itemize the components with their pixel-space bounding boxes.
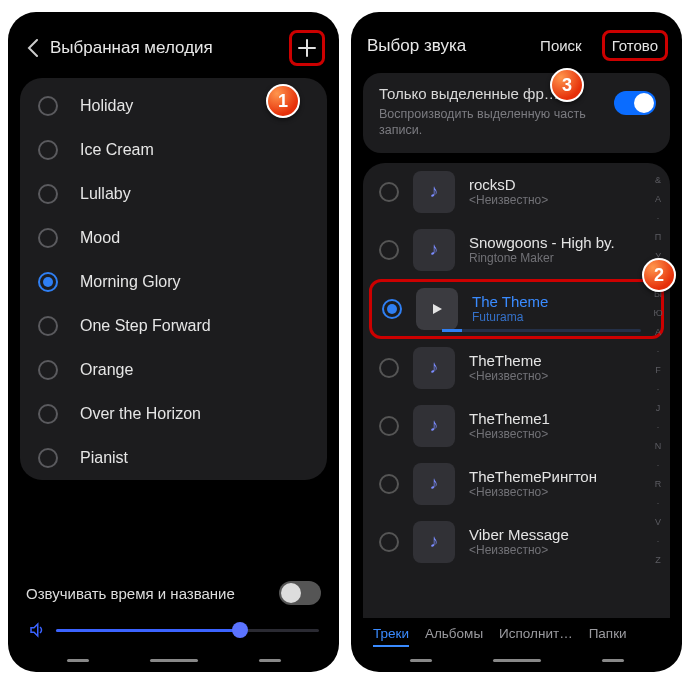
tab[interactable]: Папки	[589, 626, 627, 647]
ringtone-label: Pianist	[80, 449, 128, 467]
radio[interactable]	[38, 448, 58, 468]
ringtone-label: Ice Cream	[80, 141, 154, 159]
index-letter[interactable]: N	[655, 442, 662, 451]
ringtone-label: Holiday	[80, 97, 133, 115]
index-letter[interactable]: ·	[657, 499, 660, 508]
track-meta: TheThemeРингтон <Неизвестно>	[469, 468, 644, 499]
radio[interactable]	[379, 416, 399, 436]
callout-2: 2	[642, 258, 676, 292]
radio[interactable]	[38, 360, 58, 380]
index-letter[interactable]: ·	[657, 423, 660, 432]
index-letter[interactable]: А	[655, 328, 661, 337]
scroll-index[interactable]: &А·ПУ·ЫЮА·F·J·N·R·V·Z	[650, 171, 666, 571]
ringtone-row[interactable]: Morning Glory	[20, 260, 327, 304]
index-letter[interactable]: V	[655, 518, 661, 527]
announce-row[interactable]: Озвучивать время и название	[26, 581, 321, 605]
ringtone-row[interactable]: Lullaby	[20, 172, 327, 216]
highlight-toggle[interactable]	[614, 91, 656, 115]
nav-recent[interactable]	[67, 659, 89, 662]
add-button[interactable]	[289, 30, 325, 66]
index-letter[interactable]: R	[655, 480, 662, 489]
track-artist: <Неизвестно>	[469, 369, 644, 383]
music-note-icon: ♪	[413, 171, 455, 213]
index-letter[interactable]: А	[655, 195, 661, 204]
radio[interactable]	[379, 532, 399, 552]
ringtone-row[interactable]: Over the Horizon	[20, 392, 327, 436]
ringtone-label: One Step Forward	[80, 317, 211, 335]
nav-bar	[351, 651, 682, 672]
track-meta: The Theme Futurama	[472, 293, 651, 324]
index-letter[interactable]: F	[655, 366, 661, 375]
index-letter[interactable]: J	[656, 404, 661, 413]
radio[interactable]	[38, 96, 58, 116]
radio[interactable]	[379, 240, 399, 260]
page-title: Выбор звука	[367, 36, 520, 56]
nav-home[interactable]	[150, 659, 198, 662]
ringtone-row[interactable]: One Step Forward	[20, 304, 327, 348]
track-row[interactable]: The Theme Futurama	[369, 279, 664, 339]
index-letter[interactable]: &	[655, 176, 661, 185]
index-letter[interactable]: Ю	[653, 309, 662, 318]
track-list: ♪ rocksD <Неизвестно> ♪ Snowgoons - High…	[363, 163, 670, 619]
play-icon	[416, 288, 458, 330]
radio[interactable]	[379, 358, 399, 378]
page-title: Выбранная мелодия	[50, 38, 289, 58]
ringtone-label: Over the Horizon	[80, 405, 201, 423]
radio[interactable]	[38, 404, 58, 424]
tab[interactable]: Треки	[373, 626, 409, 647]
nav-home[interactable]	[493, 659, 541, 662]
track-artist: <Неизвестно>	[469, 485, 644, 499]
radio[interactable]	[38, 140, 58, 160]
track-row[interactable]: ♪ TheThemeРингтон <Неизвестно>	[363, 455, 670, 513]
track-artist: <Неизвестно>	[469, 193, 644, 207]
track-meta: Viber Message <Неизвестно>	[469, 526, 644, 557]
tab[interactable]: Исполнит…	[499, 626, 573, 647]
nav-recent[interactable]	[410, 659, 432, 662]
volume-slider[interactable]	[26, 621, 321, 645]
radio[interactable]	[379, 474, 399, 494]
radio[interactable]	[38, 228, 58, 248]
search-button[interactable]: Поиск	[534, 33, 588, 58]
track-artist: Futurama	[472, 310, 651, 324]
tab[interactable]: Альбомы	[425, 626, 483, 647]
index-letter[interactable]: ·	[657, 347, 660, 356]
done-button[interactable]: Готово	[608, 35, 662, 56]
nav-back[interactable]	[259, 659, 281, 662]
progress-bar[interactable]	[442, 329, 641, 332]
radio[interactable]	[379, 182, 399, 202]
highlight-card[interactable]: Только выделенные фр… Воспроизводить выд…	[363, 73, 670, 153]
track-row[interactable]: ♪ Viber Message <Неизвестно>	[363, 513, 670, 571]
nav-back[interactable]	[602, 659, 624, 662]
radio[interactable]	[382, 299, 402, 319]
radio[interactable]	[38, 316, 58, 336]
track-artist: Ringtone Maker	[469, 251, 644, 265]
track-name: Viber Message	[469, 526, 644, 543]
track-row[interactable]: ♪ TheTheme <Неизвестно>	[363, 339, 670, 397]
ringtone-row[interactable]: Orange	[20, 348, 327, 392]
volume-track[interactable]	[56, 629, 319, 632]
index-letter[interactable]: ·	[657, 214, 660, 223]
track-row[interactable]: ♪ TheTheme1 <Неизвестно>	[363, 397, 670, 455]
track-row[interactable]: ♪ rocksD <Неизвестно>	[363, 163, 670, 221]
radio[interactable]	[38, 272, 58, 292]
ringtone-row[interactable]: Ice Cream	[20, 128, 327, 172]
radio[interactable]	[38, 184, 58, 204]
bottom-tabs: ТрекиАльбомыИсполнит…Папки	[351, 618, 682, 651]
track-artist: <Неизвестно>	[469, 543, 644, 557]
back-button[interactable]	[22, 37, 44, 59]
nav-bar	[8, 651, 339, 672]
ringtone-row[interactable]: Pianist	[20, 436, 327, 480]
ringtone-row[interactable]: Mood	[20, 216, 327, 260]
track-name: TheThemeРингтон	[469, 468, 644, 485]
track-row[interactable]: ♪ Snowgoons - High by. Ringtone Maker	[363, 221, 670, 279]
phone-left: Выбранная мелодия Holiday Ice Cream Lull…	[8, 12, 339, 672]
index-letter[interactable]: Z	[655, 556, 661, 565]
index-letter[interactable]: ·	[657, 461, 660, 470]
announce-label: Озвучивать время и название	[26, 585, 235, 602]
footer: Озвучивать время и название	[8, 565, 339, 651]
announce-toggle[interactable]	[279, 581, 321, 605]
track-name: TheTheme	[469, 352, 644, 369]
index-letter[interactable]: П	[655, 233, 661, 242]
index-letter[interactable]: ·	[657, 537, 660, 546]
index-letter[interactable]: ·	[657, 385, 660, 394]
